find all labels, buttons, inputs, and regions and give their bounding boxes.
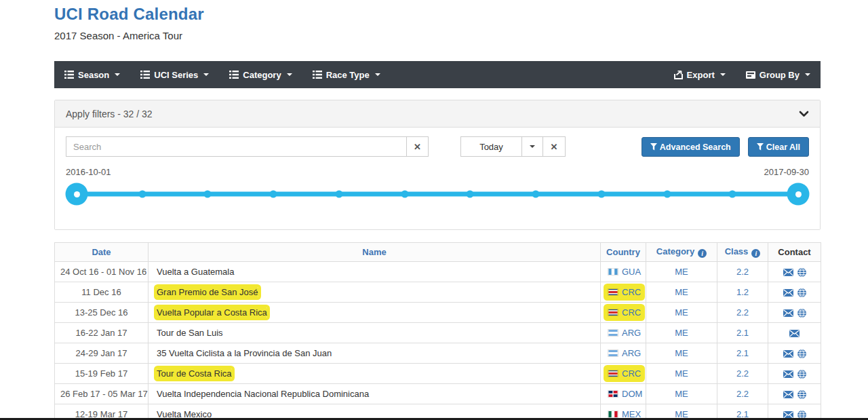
navbar-right: ExportGroup By: [664, 61, 821, 88]
globe-icon[interactable]: [797, 390, 806, 399]
globe-icon[interactable]: [797, 349, 806, 358]
column-header-date[interactable]: Date: [55, 243, 149, 262]
race-name: Tour de San Luis: [149, 323, 601, 343]
nav-item-uci-series[interactable]: UCI Series: [130, 61, 219, 88]
column-header-label: Name: [362, 247, 386, 257]
chevron-down-icon: [720, 73, 726, 76]
column-header-category[interactable]: Categoryi: [646, 243, 717, 262]
range-end-label: 2017-09-30: [764, 167, 810, 177]
race-country: CRC: [601, 282, 646, 303]
today-button[interactable]: Today: [460, 136, 521, 157]
race-country: CRC: [601, 364, 646, 384]
list-icon: [229, 71, 239, 79]
race-class: 2.2: [717, 262, 768, 282]
mail-icon[interactable]: [783, 289, 793, 297]
column-header-class[interactable]: Classi: [717, 243, 768, 262]
date-dropdown-button[interactable]: [521, 136, 543, 157]
race-date: 24-29 Jan 17: [55, 343, 149, 364]
range-start-label: 2016-10-01: [66, 167, 111, 177]
page-title: UCI Road Calendar: [54, 0, 821, 24]
chevron-down-icon: [375, 73, 380, 76]
mail-icon[interactable]: [783, 269, 793, 276]
race-class: 2.2: [717, 303, 768, 323]
mail-icon[interactable]: [783, 350, 793, 358]
globe-icon[interactable]: [797, 370, 806, 379]
table-row: 24-29 Jan 1735 Vuelta Ciclista a la Prov…: [55, 343, 821, 364]
slider-tick: [335, 191, 342, 198]
flag-gua: [608, 268, 618, 275]
race-name: Vuelta Popular a Costa Rica: [149, 303, 601, 323]
country-code: GUA: [622, 267, 641, 277]
nav-item-category[interactable]: Category: [219, 61, 302, 88]
search-input[interactable]: [66, 136, 406, 157]
race-name-text: Tour de San Luis: [157, 328, 223, 338]
date-filter-group: Today ✕: [460, 136, 566, 157]
slider-handle-end[interactable]: [787, 183, 810, 206]
chevron-down-icon: [805, 73, 810, 76]
mail-icon[interactable]: [783, 391, 793, 398]
search-group: ✕: [66, 136, 429, 157]
column-header-label: Class: [725, 246, 749, 256]
slider-tick: [401, 191, 408, 198]
group-by-icon: [746, 71, 755, 79]
nav-item-race-type[interactable]: Race Type: [302, 61, 391, 88]
mail-icon[interactable]: [789, 330, 800, 337]
column-header-country[interactable]: Country: [601, 243, 646, 262]
race-contact: [768, 282, 821, 303]
apply-filters-label: Apply filters - 32 / 32: [66, 109, 153, 119]
clear-all-label: Clear All: [766, 142, 800, 152]
race-name: Gran Premio de San José: [149, 282, 601, 303]
race-name-text: Vuelta Independencia Nacional Republica …: [157, 389, 369, 399]
nav-item-export[interactable]: Export: [664, 61, 736, 88]
globe-icon[interactable]: [797, 288, 806, 297]
race-date: 11 Dec 16: [55, 282, 149, 303]
date-range-slider: 2016-10-01 2017-09-30: [66, 167, 809, 216]
nav-item-label: Group By: [760, 70, 800, 80]
race-name: Vuelta Independencia Nacional Republica …: [149, 384, 601, 404]
info-icon[interactable]: i: [698, 249, 707, 258]
country-code: DOM: [622, 389, 642, 399]
race-category: ME: [646, 343, 717, 364]
nav-item-label: UCI Series: [154, 70, 198, 80]
race-category: ME: [646, 303, 717, 323]
mail-icon[interactable]: [783, 370, 793, 378]
advanced-search-button[interactable]: Advanced Search: [642, 137, 740, 157]
column-header-contact[interactable]: Contact: [768, 243, 821, 262]
page-subtitle: 2017 Season - America Tour: [54, 30, 821, 41]
chevron-down-icon: [115, 73, 120, 76]
race-contact: [768, 323, 821, 343]
column-header-label: Category: [656, 246, 694, 256]
flag-crc: [608, 309, 618, 316]
apply-filters-panel: Apply filters - 32 / 32 ✕ Today: [54, 100, 821, 230]
slider-handle-start[interactable]: [66, 183, 88, 206]
clear-all-button[interactable]: Clear All: [748, 137, 809, 157]
mail-icon[interactable]: [783, 309, 793, 317]
race-date: 24 Oct 16 - 01 Nov 16: [55, 262, 149, 282]
globe-icon[interactable]: [797, 268, 806, 277]
table-row: 24 Oct 16 - 01 Nov 16Vuelta a GuatemalaG…: [55, 262, 821, 282]
filter-toolbar: SeasonUCI SeriesCategoryRace Type Export…: [54, 61, 821, 88]
country-code: CRC: [622, 287, 641, 297]
info-icon[interactable]: i: [751, 249, 760, 258]
nav-item-season[interactable]: Season: [54, 61, 130, 88]
collapse-chevron-icon[interactable]: [799, 111, 809, 117]
race-contact: [768, 343, 821, 364]
filter-funnel-icon: [650, 143, 657, 151]
slider-tick: [663, 191, 671, 198]
race-date: 13-25 Dec 16: [55, 303, 149, 323]
race-contact: [768, 262, 821, 282]
nav-item-group-by[interactable]: Group By: [736, 61, 821, 88]
search-clear-button[interactable]: ✕: [406, 136, 429, 157]
table-row: 13-25 Dec 16Vuelta Popular a Costa RicaC…: [55, 303, 821, 323]
flag-mex: [608, 411, 618, 418]
race-class: 2.1: [717, 323, 768, 343]
race-name: 35 Vuelta Ciclista a la Provincia de San…: [149, 343, 601, 364]
table-row: 26 Feb 17 - 05 Mar 17Vuelta Independenci…: [55, 384, 821, 404]
race-contact: [768, 303, 821, 323]
navbar-left: SeasonUCI SeriesCategoryRace Type: [54, 61, 391, 88]
globe-icon[interactable]: [797, 309, 806, 318]
date-clear-button[interactable]: ✕: [543, 136, 566, 157]
column-header-label: Country: [606, 247, 640, 257]
column-header-name[interactable]: Name: [149, 243, 601, 262]
race-class: 2.1: [717, 343, 768, 364]
